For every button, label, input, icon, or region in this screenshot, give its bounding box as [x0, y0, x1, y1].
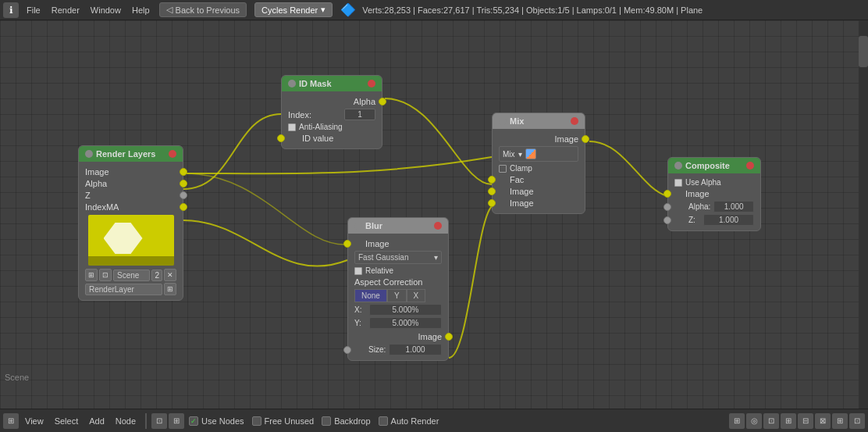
bottom-icon-2[interactable]: ◎	[746, 413, 762, 429]
scrollbar-vertical[interactable]	[859, 20, 868, 409]
mix-image1-socket[interactable]	[488, 187, 496, 195]
blur-image-in-socket[interactable]	[343, 240, 351, 248]
id-mask-antialias-checkbox[interactable]	[288, 123, 296, 131]
blur-relative-label: Relative	[365, 266, 393, 275]
render-mode-dropdown[interactable]: Cycles Render ▾	[254, 2, 333, 17]
composite-close[interactable]	[746, 162, 754, 170]
mix-close[interactable]	[571, 117, 578, 125]
bottom-view[interactable]: View	[20, 415, 48, 427]
blur-x-label: X:	[354, 305, 366, 314]
blur-image-out-socket[interactable]	[445, 333, 453, 341]
blur-size-val[interactable]: 1.000	[389, 344, 442, 355]
blur-y-val[interactable]: 5.000%	[369, 317, 442, 329]
render-mode-label: Cycles Render	[261, 5, 318, 15]
mix-select-row[interactable]: Mix ▾	[499, 146, 578, 162]
render-layers-close[interactable]	[169, 150, 176, 158]
id-mask-idvalue-socket[interactable]	[277, 134, 285, 142]
composite-alpha-val[interactable]: 1.000	[713, 201, 754, 212]
render-layers-indexma-row: IndexMA	[85, 202, 176, 212]
scrollbar-thumb-v[interactable]	[859, 36, 868, 67]
blur-x-val[interactable]: 5.000%	[369, 304, 442, 316]
composite-node: Composite Use Alpha Image Alpha: 1.000 Z…	[667, 157, 761, 231]
bottom-select[interactable]: Select	[50, 415, 84, 427]
composite-alpha-socket[interactable]	[663, 203, 671, 211]
blur-image-out-label: Image	[418, 332, 442, 341]
free-unused-toggle[interactable]: Free Unused	[252, 416, 315, 426]
id-mask-index-field[interactable]: 1	[344, 109, 375, 120]
mix-image1-label: Image	[510, 187, 534, 196]
blur-relative-checkbox[interactable]	[354, 267, 362, 275]
composite-z-val[interactable]: 1.000	[703, 214, 754, 226]
id-mask-antialias-label: Anti-Aliasing	[299, 123, 343, 131]
mix-clamp-checkbox[interactable]	[499, 165, 507, 173]
node-editor-icon2[interactable]: ⊞	[169, 413, 184, 429]
menu-render[interactable]: Render	[47, 4, 84, 16]
menu-file[interactable]: File	[22, 4, 45, 16]
layer-icon[interactable]: ⊞	[164, 283, 176, 295]
id-mask-alpha-socket[interactable]	[379, 98, 386, 105]
bottom-icon-6[interactable]: ⊠	[815, 413, 831, 429]
render-layers-image-socket[interactable]	[180, 168, 187, 176]
bottom-icon-1[interactable]: ⊞	[729, 413, 745, 429]
blur-image-out-row: Image	[354, 332, 442, 341]
mix-header: Mix	[493, 113, 585, 129]
id-mask-index-label: Index:	[288, 110, 344, 120]
mix-fac-row: Fac	[499, 175, 578, 184]
mix-body: Image Mix ▾ Clamp Fac Image	[493, 129, 585, 213]
scene-icon1[interactable]: ⊞	[85, 269, 98, 281]
back-button[interactable]: ◁ Back to Previous	[159, 2, 247, 17]
composite-usealpha-checkbox[interactable]	[674, 179, 682, 187]
blur-title: Blur	[365, 221, 382, 230]
mix-fac-socket[interactable]	[488, 176, 496, 184]
render-layers-indexma-socket[interactable]	[180, 203, 187, 211]
layer-select[interactable]: RenderLayer	[85, 284, 162, 295]
bottom-node[interactable]: Node	[111, 415, 141, 427]
node-editor-canvas[interactable]: Render Layers Image Alpha Z IndexMA	[0, 20, 868, 409]
blur-size-socket[interactable]	[343, 346, 351, 354]
top-menu-bar: ℹ File Render Window Help ◁ Back to Prev…	[0, 0, 868, 20]
bottom-icon-7[interactable]: ⊞	[832, 413, 848, 429]
node-editor-icon[interactable]: ⊡	[151, 413, 167, 429]
bottom-left-icon[interactable]: ⊞	[3, 413, 19, 429]
composite-usealpha-label: Use Alpha	[685, 178, 721, 187]
blur-aspect-x[interactable]: X	[407, 289, 426, 302]
composite-title: Composite	[685, 161, 730, 170]
auto-render-toggle[interactable]: Auto Render	[379, 416, 439, 426]
menu-window[interactable]: Window	[86, 4, 126, 16]
composite-z-label: Z:	[688, 216, 700, 224]
mix-image-out-socket[interactable]	[582, 135, 589, 143]
mix-clamp-label: Clamp	[510, 164, 532, 173]
menu-help[interactable]: Help	[127, 4, 155, 16]
render-layers-z-row: Z	[85, 191, 176, 200]
blur-aspect-none[interactable]: None	[354, 289, 387, 302]
backdrop-toggle[interactable]: Backdrop	[322, 416, 370, 426]
blur-node: Blur Image Fast Gaussian ▾ Relative Aspe…	[347, 217, 449, 361]
blur-close[interactable]	[434, 222, 442, 230]
id-mask-close[interactable]	[368, 80, 375, 87]
blur-filter-row[interactable]: Fast Gaussian ▾	[354, 251, 442, 264]
use-nodes-check: ✓	[189, 416, 198, 426]
mix-image2-socket[interactable]	[488, 199, 496, 207]
bottom-icon-3[interactable]: ⊡	[763, 413, 779, 429]
info-icon[interactable]: ℹ	[3, 2, 19, 18]
mix-dropdown-icon: ▾	[518, 150, 522, 159]
mix-color-swatch	[525, 148, 536, 159]
bottom-icon-4[interactable]: ⊞	[781, 413, 796, 429]
render-layers-alpha-socket[interactable]	[180, 180, 187, 187]
bottom-icon-8[interactable]: ⊡	[849, 413, 865, 429]
id-mask-header: ID Mask	[282, 76, 382, 91]
blur-aspect-y[interactable]: Y	[387, 289, 407, 302]
composite-image-socket[interactable]	[663, 190, 671, 198]
scene-x[interactable]: ✕	[164, 269, 176, 281]
bottom-add[interactable]: Add	[84, 415, 109, 427]
composite-z-socket[interactable]	[663, 216, 671, 224]
blur-y-label: Y:	[354, 319, 366, 327]
use-nodes-toggle[interactable]: ✓ Use Nodes	[189, 416, 244, 426]
scene-select[interactable]: Scene	[113, 270, 150, 281]
scene-label: Scene	[5, 373, 29, 382]
composite-dot	[674, 162, 682, 170]
scene-icon2[interactable]: ⊡	[99, 269, 112, 281]
render-layers-z-socket[interactable]	[180, 191, 187, 199]
bottom-icon-5[interactable]: ⊟	[798, 413, 813, 429]
id-mask-idvalue-row: ID value	[288, 134, 375, 143]
